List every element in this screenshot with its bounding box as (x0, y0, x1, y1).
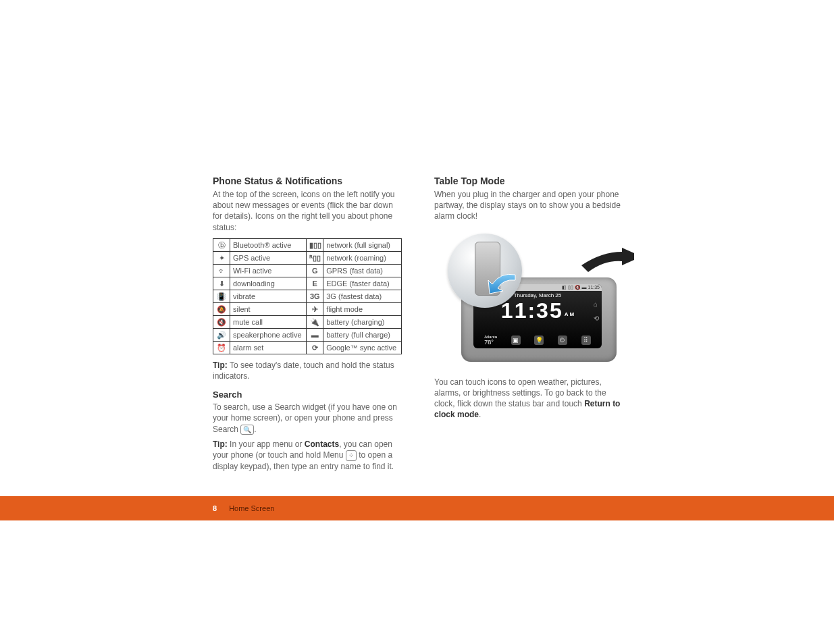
columns: Phone Status & Notifications At the top … (0, 176, 834, 476)
tabletop-illustration: ◧ ▯▯ 🔇 ▬ 11:35 Thursday, March 25 11:35A… (434, 230, 623, 369)
flight-icon: ✈ (307, 302, 323, 315)
right-label: Google™ sync active (323, 341, 402, 354)
left-label: Wi-Fi active (230, 264, 307, 277)
para-search: To search, use a Search widget (if you h… (213, 402, 402, 435)
right-label: GPRS (fast data) (323, 264, 402, 277)
page-footer: 8 Home Screen (0, 496, 834, 520)
back-icon: ⟲ (594, 315, 599, 322)
batt-full-icon: ▬ (307, 328, 323, 341)
left-label: Bluetooth® active (230, 238, 307, 251)
para-after-a: You can touch icons to open weather, pic… (434, 377, 606, 408)
mute-icon: 🔇 (213, 315, 230, 328)
batt-charging-icon: 🔌 (307, 315, 323, 328)
tip-label-2: Tip: (213, 439, 228, 449)
left-label: silent (230, 302, 307, 315)
right-column: Table Top Mode When you plug in the char… (434, 176, 623, 476)
tip2-a: In your app menu or (228, 439, 305, 449)
page: Phone Status & Notifications At the top … (0, 0, 834, 520)
tip-search: Tip: In your app menu or Contacts, you c… (213, 439, 402, 472)
left-label: GPS active (230, 251, 307, 264)
status-icons-table: ⓑBluetooth® active▮▯▯network (full signa… (213, 238, 402, 354)
table-row: ⏰alarm set⟳Google™ sync active (213, 341, 402, 354)
right-label: flight mode (323, 302, 402, 315)
phone-time-val: 11:35 (501, 298, 563, 323)
table-row: 🔕silent✈flight mode (213, 302, 402, 315)
wifi-icon: ᯤ (213, 264, 230, 277)
table-row: ⬇downloadingEEDGE (faster data) (213, 277, 402, 290)
right-label: battery (charging) (323, 315, 402, 328)
left-label: mute call (230, 315, 307, 328)
heading-tabletop: Table Top Mode (434, 176, 623, 186)
tip-date-text: To see today's date, touch and hold the … (213, 360, 394, 381)
gprs-icon: G (307, 264, 323, 277)
para-search-b: . (254, 425, 256, 434)
right-label: network (full signal) (323, 238, 402, 251)
bluetooth-icon: ⓑ (213, 238, 230, 251)
gps-icon: ✦ (213, 251, 230, 264)
phone-bottom-row: Atlanta 78° ▣ 💡 ⏲ ⠿ (473, 332, 602, 348)
download-icon: ⬇ (213, 277, 230, 290)
search-key-icon: 🔍 (240, 425, 254, 435)
right-label: EDGE (faster data) (323, 277, 402, 290)
left-label: vibrate (230, 290, 307, 302)
silent-icon: 🔕 (213, 302, 230, 315)
sync-icon: ⟳ (307, 341, 323, 354)
heading-search: Search (213, 390, 402, 400)
alarm-icon: ⏲ (558, 336, 567, 345)
signal-roaming-icon: ᴿ▯▯ (307, 251, 323, 264)
left-column: Phone Status & Notifications At the top … (213, 176, 402, 476)
table-row: ✦GPS activeᴿ▯▯network (roaming) (213, 251, 402, 264)
para-after-illustration: You can touch icons to open weather, pic… (434, 377, 623, 421)
table-row: ᯤWi-Fi activeGGPRS (fast data) (213, 264, 402, 277)
vibrate-icon: 📳 (213, 290, 230, 302)
bulb-icon: 💡 (534, 336, 544, 345)
phone-time-ampm: AM (565, 311, 575, 317)
signal-full-icon: ▮▯▯ (307, 238, 323, 251)
page-number: 8 (213, 504, 217, 512)
right-label: battery (full charge) (323, 328, 402, 341)
contacts-bold: Contacts (305, 439, 339, 449)
table-row: 📳vibrate3G3G (fastest data) (213, 290, 402, 302)
alarm-icon: ⏰ (213, 341, 230, 354)
weather-widget: Atlanta 78° (484, 335, 497, 346)
charging-cable-icon (581, 245, 635, 279)
left-label: downloading (230, 277, 307, 290)
picture-icon: ▣ (511, 336, 521, 345)
edge-icon: E (307, 277, 323, 290)
para-after-b: . (479, 410, 481, 419)
right-label: 3G (fastest data) (323, 290, 402, 302)
heading-phone-status: Phone Status & Notifications (213, 176, 402, 186)
weather-temp: 78° (484, 339, 494, 346)
inset-circle (448, 234, 522, 308)
apps-icon: ⠿ (581, 336, 591, 345)
table-row: 🔇mute call🔌battery (charging) (213, 315, 402, 328)
para-phone-status: At the top of the screen, icons on the l… (213, 189, 402, 233)
left-label: speakerphone active (230, 328, 307, 341)
left-label: alarm set (230, 341, 307, 354)
para-tabletop: When you plug in the charger and open yo… (434, 189, 623, 222)
right-label: network (roaming) (323, 251, 402, 264)
menu-key-icon: ⁘ (346, 450, 357, 461)
section-name: Home Screen (229, 504, 274, 512)
phone-side-icons: ⌂ ⟲ (594, 300, 599, 322)
tip-label: Tip: (213, 360, 228, 370)
table-row: ⓑBluetooth® active▮▯▯network (full signa… (213, 238, 402, 251)
open-arrow-icon (487, 271, 521, 298)
3g-icon: 3G (307, 290, 323, 302)
home-icon: ⌂ (594, 300, 599, 308)
table-row: 🔊speakerphone active▬battery (full charg… (213, 328, 402, 341)
tip-date: Tip: To see today's date, touch and hold… (213, 360, 402, 381)
speakerphone-icon: 🔊 (213, 328, 230, 341)
